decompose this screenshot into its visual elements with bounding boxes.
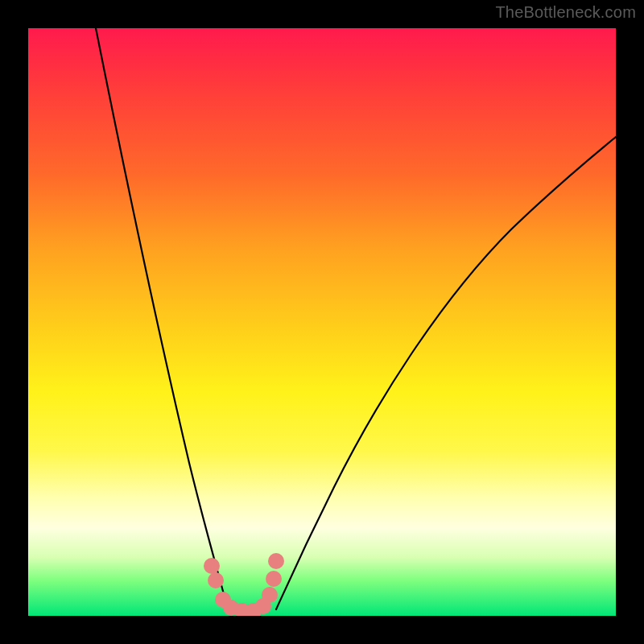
marker-dot: [266, 571, 282, 587]
optimal-marker-group: [204, 553, 284, 616]
plot-area: [28, 28, 616, 616]
marker-dot: [208, 572, 224, 588]
chart-frame: TheBottleneck.com: [0, 0, 644, 644]
chart-overlay-svg: [28, 28, 616, 616]
marker-dot: [268, 553, 284, 569]
watermark-text: TheBottleneck.com: [495, 3, 636, 22]
bottleneck-curve-right: [276, 137, 616, 609]
marker-dot: [262, 587, 278, 603]
bottleneck-curve-left: [96, 28, 228, 609]
marker-dot: [204, 558, 220, 574]
